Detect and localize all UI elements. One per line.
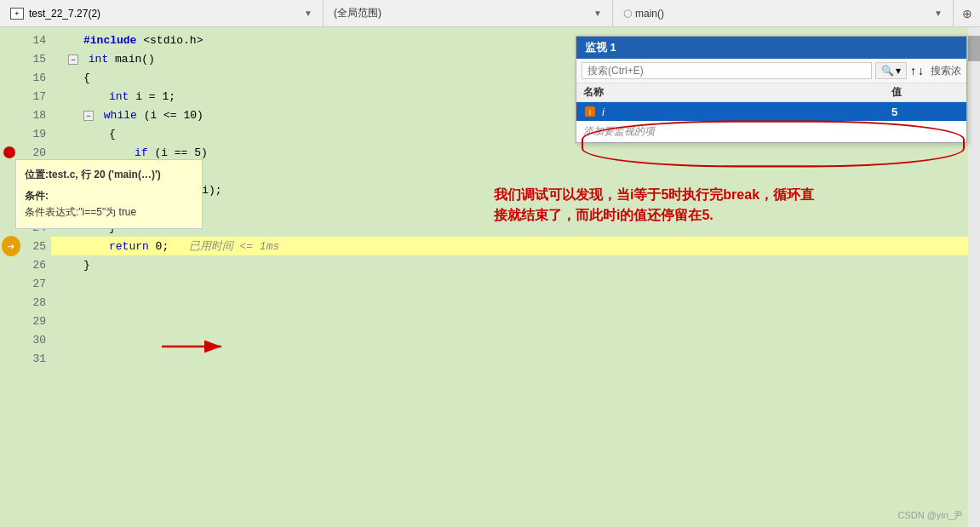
current-line-arrow: ➔: [2, 237, 20, 255]
breakpoint-tooltip: 位置:test.c, 行 20 ('main(…)') 条件: 条件表达式:"i…: [15, 159, 203, 229]
line-19: 19: [0, 124, 51, 143]
linenum-15: 15: [32, 53, 46, 66]
linenum-17: 17: [32, 90, 46, 103]
editor-container: 14 15 16 17 18 19 20 21 22 23 24 ➔ 25 26…: [0, 27, 980, 527]
linenum-20: 20: [32, 146, 46, 159]
linenum-29: 29: [32, 315, 46, 328]
scope-dropdown[interactable]: (全局范围) ▼: [324, 0, 613, 26]
line-14: 14: [0, 31, 51, 49]
func-dropdown[interactable]: ⬡ main() ▼: [613, 0, 953, 26]
fold-15[interactable]: −: [68, 54, 78, 65]
linenum-31: 31: [32, 352, 46, 365]
line-26: 26: [0, 255, 51, 274]
line-15: 15: [0, 49, 51, 68]
scrollbar-track[interactable]: [968, 27, 980, 527]
func-icon: ⬡: [623, 8, 632, 20]
svg-text:i: i: [589, 108, 591, 117]
search-icon: 🔍: [881, 65, 894, 77]
code-line-31: [51, 349, 980, 368]
tooltip-title: 位置:test.c, 行 20 ('main(…)'): [25, 167, 193, 183]
linenum-30: 30: [32, 334, 46, 347]
annotation-line2: 接就结束了，而此时i的值还停留在5.: [494, 205, 814, 226]
watch-title: 监视 1: [585, 41, 616, 54]
code-line-25: return 0; 已用时间 <= 1ms: [51, 237, 980, 255]
scope-dropdown-arrow[interactable]: ▼: [593, 9, 602, 18]
line-16: 16: [0, 68, 51, 87]
watch-search-label: 搜索浓: [931, 64, 961, 78]
line-28: 28: [0, 293, 51, 312]
line-30: 30: [0, 330, 51, 349]
watch-title-bar: 监视 1: [576, 37, 966, 59]
file-dropdown-arrow[interactable]: ▼: [304, 9, 312, 18]
top-bar: + test_22_7.27(2) ▼ (全局范围) ▼ ⬡ main() ▼ …: [0, 0, 980, 27]
line-gutter: 14 15 16 17 18 19 20 21 22 23 24 ➔ 25 26…: [0, 27, 51, 527]
breakpoint-dot: [3, 146, 15, 158]
scrollbar-thumb[interactable]: [968, 36, 980, 61]
watch-add-hint[interactable]: 添加要监视的项: [576, 121, 966, 142]
code-line-26: }: [51, 255, 980, 274]
line-18: 18: [0, 106, 51, 124]
linenum-18: 18: [32, 109, 46, 122]
watch-panel: 监视 1 🔍 ▾ ↑ ↓ 搜索浓 名称 值 i i: [576, 36, 967, 143]
line-27: 27: [0, 274, 51, 293]
file-tab[interactable]: + test_22_7.27(2) ▼: [0, 0, 324, 26]
linenum-14: 14: [32, 34, 46, 47]
linenum-16: 16: [32, 72, 46, 84]
linenum-27: 27: [32, 278, 46, 290]
func-dropdown-arrow[interactable]: ▼: [934, 9, 943, 18]
line-31: 31: [0, 349, 51, 368]
watch-header: 名称 值: [576, 83, 966, 102]
watch-col-name-header: 名称: [583, 85, 891, 100]
tooltip-condition-value: 条件表达式:"i==5"为 true: [25, 204, 193, 221]
watch-row-name: i: [602, 106, 891, 118]
line-25: ➔ 25: [0, 237, 51, 255]
code-line-29: [51, 312, 980, 330]
code-line-28: [51, 293, 980, 312]
watch-row-icon: i: [583, 105, 597, 118]
watch-nav-arrows: ↑ ↓: [910, 64, 924, 77]
annotation-text: 我们调试可以发现，当i等于5时执行完break，循环直 接就结束了，而此时i的值…: [494, 185, 814, 226]
tooltip-condition-label: 条件:: [25, 188, 193, 204]
line-17: 17: [0, 87, 51, 106]
up-arrow-icon[interactable]: ↑: [910, 64, 916, 77]
line-29: 29: [0, 312, 51, 330]
linenum-28: 28: [32, 296, 46, 309]
watch-search-button[interactable]: 🔍 ▾: [875, 62, 907, 79]
current-arrow-icon: ➔: [2, 236, 20, 256]
watch-search-bar: 🔍 ▾ ↑ ↓ 搜索浓: [576, 59, 966, 83]
file-label: test_22_7.27(2): [29, 8, 100, 20]
watermark: CSDN @yin_尹: [897, 509, 963, 522]
code-line-30: [51, 330, 980, 349]
func-label: main(): [635, 8, 664, 20]
down-arrow-icon[interactable]: ↓: [918, 64, 924, 77]
watch-row-i[interactable]: i i 5: [576, 102, 966, 121]
watch-col-val-header: 值: [891, 85, 960, 100]
watch-row-val: 5: [891, 106, 960, 118]
pin-button[interactable]: ⊕: [953, 0, 980, 27]
file-icon: +: [10, 8, 24, 20]
linenum-25: 25: [32, 240, 46, 253]
code-line-27: [51, 274, 980, 293]
fold-18[interactable]: −: [83, 111, 94, 121]
scope-label: (全局范围): [334, 6, 381, 20]
watch-search-input[interactable]: [582, 62, 872, 79]
linenum-26: 26: [32, 259, 46, 272]
annotation-line1: 我们调试可以发现，当i等于5时执行完break，循环直: [494, 185, 814, 205]
linenum-19: 19: [32, 128, 46, 140]
